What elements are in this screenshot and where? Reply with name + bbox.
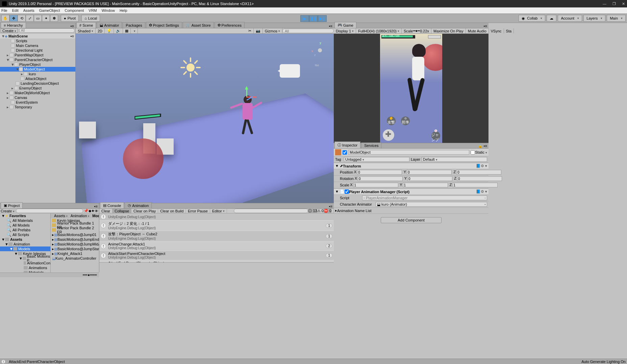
play-button[interactable]: ▶	[300, 15, 309, 22]
log-entry[interactable]: !ダメージ：2 変化：-1 / 1UnityEngine.Debug:Log(O…	[99, 220, 334, 231]
add-component-button[interactable]: Add Component	[381, 217, 442, 223]
tab-preferences[interactable]: ✿ Preferences	[215, 22, 245, 28]
project-menu-icon[interactable]: ▪≡	[93, 204, 99, 208]
tree-item[interactable]: ▸kuro	[0, 72, 75, 76]
tree-item[interactable]: LandingDecisionObject	[0, 81, 75, 86]
clear-on-play-toggle[interactable]: Clear on Play	[131, 209, 158, 213]
file-row[interactable]: ⬓ Kuro_AnimatorController	[51, 256, 99, 261]
fav-item[interactable]: 🔍All Models	[0, 223, 50, 228]
component-menu-icon[interactable]: ⚙ ▾	[481, 164, 487, 168]
component-help-icon[interactable]: 📘	[476, 189, 481, 194]
local-toggle[interactable]: ⌂Local	[81, 15, 100, 22]
file-row[interactable]: ▸ ▦ BasicMotions@JumpStart0	[51, 246, 99, 251]
game-panel-menu-icon[interactable]: ▪≡	[482, 24, 488, 28]
assets-header[interactable]: ▼Assets	[0, 237, 50, 242]
menu-file[interactable]: File	[1, 8, 7, 12]
isolate-toggle[interactable]: ✂	[246, 28, 254, 33]
pivot-toggle[interactable]: ●Pivot	[61, 15, 79, 22]
static-dropdown[interactable]	[484, 150, 487, 154]
pos-x-field[interactable]	[357, 170, 402, 175]
cloud-button[interactable]: ☁	[547, 15, 556, 22]
scene-panel-menu-icon[interactable]: ▪≡	[328, 24, 334, 28]
clear-on-build-toggle[interactable]: Clear on Build	[158, 209, 186, 213]
pos-y-field[interactable]	[407, 170, 452, 175]
inspector-menu-icon[interactable]: 🔒 ▪≡	[477, 144, 488, 148]
tab-animation[interactable]: ◷ Animation	[125, 202, 152, 208]
filter-icon[interactable]: 📌	[84, 209, 89, 213]
hidden-packages-icon[interactable]: 👁	[95, 209, 98, 213]
hierarchy-menu-icon[interactable]: ▪≡	[69, 24, 75, 28]
log-entry[interactable]: !AnimeChange:Attack1UnityEngine.Debug:Lo…	[99, 241, 334, 251]
tab-services[interactable]: Services	[361, 142, 381, 148]
file-row[interactable]: ▸ ▦ BasicMotions@Jump01	[51, 232, 99, 237]
vsync-toggle[interactable]: VSync	[489, 28, 504, 33]
file-row[interactable]: Warrior Pack Bundle 2 FR	[51, 228, 99, 232]
scene-row[interactable]: ▼◈MainScene▪≡	[0, 34, 75, 38]
animation-name-list-row[interactable]: ▸ Animation Name List	[334, 208, 488, 214]
tree-item[interactable]: EventSystem	[0, 100, 75, 105]
menu-component[interactable]: Component	[65, 8, 84, 12]
tree-item[interactable]: AttackObject	[0, 76, 75, 81]
thumbnail-slider[interactable]: ━━●━━━	[83, 273, 97, 277]
error-pause-toggle[interactable]: Error Pause	[186, 209, 210, 213]
log-entry[interactable]: !攻撃：PlayerObject → Cube2UnityEngine.Debu…	[99, 231, 334, 241]
script-field[interactable]: ▫ PlayerAnimationManager◦	[362, 196, 487, 200]
clear-button[interactable]: Clear	[99, 209, 112, 213]
tree-item[interactable]: ▸EnemyObject	[0, 86, 75, 90]
tab-packages[interactable]: Packages	[123, 22, 145, 28]
tree-item-selected[interactable]: ▼ModelObject	[0, 67, 75, 72]
file-row[interactable]: ▸ ▦ BasicMotions@JumpMidAir	[51, 242, 99, 246]
active-checkbox[interactable]	[343, 150, 347, 155]
script-enabled-checkbox[interactable]	[345, 189, 349, 194]
menu-assets[interactable]: Assets	[23, 8, 34, 12]
filter-type-icon[interactable]: ◆	[89, 209, 91, 213]
multi-tool[interactable]: ✽	[50, 15, 58, 22]
rect-tool[interactable]: ▭	[34, 15, 42, 22]
console-search-input[interactable]	[234, 209, 308, 213]
filter-label-icon[interactable]: ★	[91, 209, 95, 213]
log-entry[interactable]: !UnityEngine.Debug:Log(Object)	[99, 213, 334, 220]
animator-field[interactable]: ⬓ kuro (Animator)◦	[376, 202, 487, 207]
attack-button[interactable]: ✊攻撃	[387, 116, 396, 125]
maximize-button[interactable]: ❐	[612, 2, 616, 6]
static-checkbox[interactable]	[471, 150, 475, 155]
tag-dropdown[interactable]: Untagged	[344, 157, 409, 162]
rot-y-field[interactable]	[407, 176, 452, 181]
favorites-header[interactable]: ▼★Favorites	[0, 213, 50, 218]
warn-filter[interactable]: ⚠ 0	[317, 209, 324, 213]
fav-item[interactable]: 🔍All Prefabs	[0, 228, 50, 232]
rotate-tool[interactable]: ⟲	[18, 15, 26, 22]
orientation-gizmo[interactable]: y x z Iso	[313, 43, 328, 58]
scl-z-field[interactable]	[453, 183, 498, 187]
tree-item[interactable]: Main Camera	[0, 43, 75, 48]
rot-z-field[interactable]	[457, 176, 502, 181]
folder-row[interactable]: Animations	[0, 265, 50, 270]
project-create-button[interactable]: Create	[1, 209, 15, 213]
menu-window[interactable]: Window	[102, 8, 115, 12]
shading-mode-dropdown[interactable]: Shaded	[76, 28, 96, 33]
close-button[interactable]: ✕	[622, 2, 625, 6]
log-entry[interactable]: !AttackStart:ParentCharacterObjectUnityE…	[99, 251, 334, 260]
gizmos-dropdown[interactable]: Gizmos	[263, 28, 282, 33]
object-name-field[interactable]	[348, 150, 469, 155]
scale-tool[interactable]: ⤢	[26, 15, 34, 22]
move-tool[interactable]: ✥	[9, 15, 18, 22]
tree-item[interactable]: ▼PlayerObject	[0, 62, 75, 67]
script-component-header[interactable]: ▼ 📄 Player Animation Manager (Script) 📘 …	[334, 188, 488, 195]
scene-viewport[interactable]: y x z Iso	[76, 34, 334, 203]
jump-button[interactable]: 🍥ジャンプ	[431, 131, 440, 140]
editor-dropdown[interactable]: Editor	[210, 209, 227, 213]
tab-console[interactable]: ▤ Console	[100, 202, 124, 208]
mute-toggle[interactable]: Mute Audio	[466, 28, 489, 33]
layer-dropdown[interactable]: Default	[422, 157, 487, 162]
tab-animator[interactable]: ⬓ Animator	[97, 22, 122, 28]
minimize-button[interactable]: —	[603, 2, 606, 6]
folder-row[interactable]: Materials	[0, 270, 50, 272]
tab-scene[interactable]: # Scene	[76, 22, 96, 28]
hierarchy-tab[interactable]: ≡ Hierarchy	[1, 22, 26, 28]
component-menu-icon[interactable]: ⚙ ▾	[481, 189, 487, 194]
log-entry[interactable]: !AttackEnd:ParentCharacterObjectUnityEng…	[99, 260, 334, 262]
pos-z-field[interactable]	[456, 170, 501, 175]
scl-x-field[interactable]	[353, 183, 398, 187]
camera-settings-icon[interactable]: 📷	[254, 28, 263, 33]
